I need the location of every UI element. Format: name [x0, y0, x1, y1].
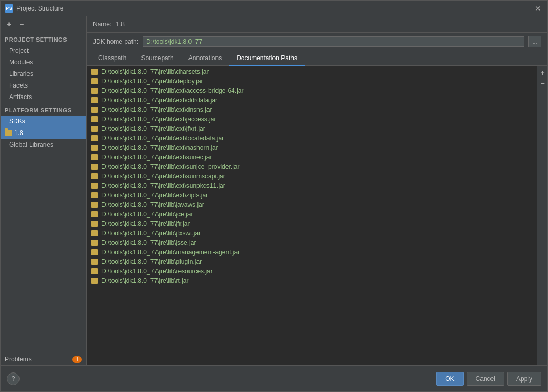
tab-documentation-paths[interactable]: Documentation Paths [229, 51, 305, 66]
jar-icon [91, 97, 98, 104]
jar-icon [91, 68, 98, 75]
list-item[interactable]: D:\tools\jdk1.8.0_77\jre\lib\ext\nashorn… [87, 143, 537, 152]
file-list[interactable]: D:\tools\jdk1.8.0_77\jre\lib\charsets.ja… [87, 66, 537, 365]
name-row: Name: 1.8 [87, 16, 547, 33]
tab-sourcepath[interactable]: Sourcepath [134, 51, 181, 66]
sidebar-item-sdks[interactable]: SDKs [1, 116, 86, 127]
jar-icon [91, 211, 98, 218]
tabs-bar: Classpath Sourcepath Annotations Documen… [87, 51, 547, 66]
sidebar-toolbar: + − [1, 16, 86, 32]
close-button[interactable]: ✕ [533, 3, 543, 14]
jar-icon [91, 106, 98, 113]
sdk-folder-icon [5, 130, 12, 136]
list-item[interactable]: D:\tools\jdk1.8.0_77\jre\lib\rt.jar [87, 276, 537, 285]
list-item[interactable]: D:\tools\jdk1.8.0_77\jre\lib\resources.j… [87, 266, 537, 276]
list-item[interactable]: D:\tools\jdk1.8.0_77\jre\lib\ext\localed… [87, 133, 537, 143]
ok-button[interactable]: OK [436, 372, 463, 386]
list-item[interactable]: D:\tools\jdk1.8.0_77\jre\lib\charsets.ja… [87, 67, 537, 77]
jar-icon [91, 125, 98, 132]
sidebar-item-modules[interactable]: Modules [1, 56, 86, 68]
project-structure-window: PS Project Structure ✕ + − Project Setti… [0, 0, 548, 392]
list-item[interactable]: D:\tools\jdk1.8.0_77\jre\lib\ext\access-… [87, 86, 537, 95]
tab-annotations[interactable]: Annotations [181, 51, 229, 66]
window-title: Project Structure [16, 5, 63, 12]
jdk-path-row: JDK home path: ... [87, 33, 547, 51]
add-path-button[interactable]: + [538, 68, 547, 78]
list-item[interactable]: D:\tools\jdk1.8.0_77\jre\lib\ext\jfxrt.j… [87, 124, 537, 133]
jar-icon [91, 277, 98, 284]
name-value: 1.8 [116, 21, 125, 28]
jar-icon [91, 87, 98, 94]
sidebar: + − Project Settings Project Modules Lib… [1, 16, 87, 365]
title-bar: PS Project Structure ✕ [1, 1, 547, 16]
bottom-bar: ? OK Cancel Apply [1, 365, 547, 391]
jar-icon [91, 135, 98, 142]
jar-icon [91, 154, 98, 161]
main-panel: Name: 1.8 JDK home path: ... Classpath S… [87, 16, 547, 365]
jar-icon [91, 201, 98, 208]
jar-icon [91, 230, 98, 237]
list-item[interactable]: D:\tools\jdk1.8.0_77\jre\lib\ext\sunjce_… [87, 162, 537, 171]
sidebar-item-artifacts[interactable]: Artifacts [1, 91, 86, 103]
sidebar-item-project[interactable]: Project [1, 45, 86, 56]
list-item[interactable]: D:\tools\jdk1.8.0_77\jre\lib\ext\cldrdat… [87, 95, 537, 105]
jar-icon [91, 239, 98, 246]
list-item[interactable]: D:\tools\jdk1.8.0_77\jre\lib\ext\jaccess… [87, 114, 537, 124]
list-item[interactable]: D:\tools\jdk1.8.0_77\jre\lib\management-… [87, 247, 537, 257]
app-icon: PS [5, 4, 13, 13]
action-buttons: OK Cancel Apply [436, 372, 541, 386]
jar-icon [91, 267, 98, 275]
sidebar-add-button[interactable]: + [4, 19, 14, 30]
side-actions: + − [537, 66, 547, 365]
jar-icon [91, 220, 98, 227]
list-item[interactable]: D:\tools\jdk1.8.0_77\jre\lib\jsse.jar [87, 238, 537, 247]
list-item[interactable]: D:\tools\jdk1.8.0_77\jre\lib\ext\sunmsca… [87, 171, 537, 181]
jar-icon [91, 116, 98, 123]
sidebar-item-global-libraries[interactable]: Global Libraries [1, 139, 86, 150]
jar-icon [91, 182, 98, 189]
list-item[interactable]: D:\tools\jdk1.8.0_77\jre\lib\ext\zipfs.j… [87, 190, 537, 200]
name-label: Name: [93, 21, 111, 28]
problems-badge: 1 [72, 356, 82, 363]
cancel-button[interactable]: Cancel [467, 372, 504, 386]
list-item[interactable]: D:\tools\jdk1.8.0_77\jre\lib\ext\sunpkcs… [87, 181, 537, 190]
jar-icon [91, 258, 98, 265]
list-item[interactable]: D:\tools\jdk1.8.0_77\jre\lib\jce.jar [87, 209, 537, 219]
jar-icon [91, 173, 98, 180]
list-item[interactable]: D:\tools\jdk1.8.0_77\jre\lib\deploy.jar [87, 77, 537, 86]
apply-button[interactable]: Apply [507, 372, 541, 386]
file-list-container: D:\tools\jdk1.8.0_77\jre\lib\charsets.ja… [87, 66, 547, 365]
project-settings-header: Project Settings [1, 32, 86, 45]
list-item[interactable]: D:\tools\jdk1.8.0_77\jre\lib\jfxswt.jar [87, 228, 537, 238]
remove-path-button[interactable]: − [538, 79, 547, 88]
sidebar-item-libraries[interactable]: Libraries [1, 68, 86, 80]
sdk-tree-item[interactable]: 1.8 [1, 127, 86, 139]
title-bar-left: PS Project Structure [5, 4, 63, 13]
problems-label: Problems [5, 356, 32, 363]
jar-icon [91, 144, 98, 151]
browse-button[interactable]: ... [528, 36, 541, 47]
jar-icon [91, 248, 98, 256]
sidebar-remove-button[interactable]: − [16, 19, 27, 30]
list-item[interactable]: D:\tools\jdk1.8.0_77\jre\lib\jfr.jar [87, 219, 537, 228]
jar-icon [91, 78, 98, 85]
content-area: + − Project Settings Project Modules Lib… [1, 16, 547, 365]
list-item[interactable]: D:\tools\jdk1.8.0_77\jre\lib\ext\sunec.j… [87, 152, 537, 162]
list-item[interactable]: D:\tools\jdk1.8.0_77\jre\lib\javaws.jar [87, 200, 537, 209]
sidebar-item-problems[interactable]: Problems 1 [1, 353, 86, 365]
platform-settings-header: Platform Settings [1, 103, 86, 116]
help-button[interactable]: ? [7, 372, 20, 385]
jar-icon [91, 192, 98, 199]
sidebar-item-facets[interactable]: Facets [1, 80, 86, 91]
jar-icon [91, 163, 98, 170]
jdk-label: JDK home path: [93, 38, 138, 45]
jdk-path-input[interactable] [143, 36, 524, 47]
list-item[interactable]: D:\tools\jdk1.8.0_77\jre\lib\plugin.jar [87, 257, 537, 266]
list-item[interactable]: D:\tools\jdk1.8.0_77\jre\lib\ext\dnsns.j… [87, 105, 537, 114]
tab-classpath[interactable]: Classpath [91, 51, 134, 66]
